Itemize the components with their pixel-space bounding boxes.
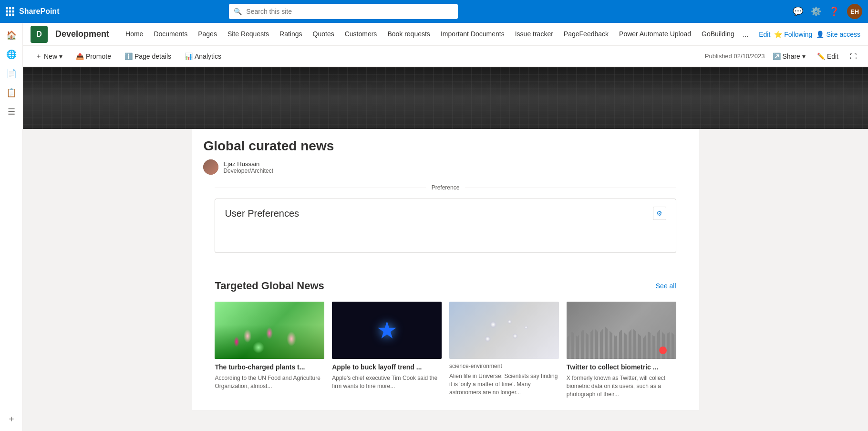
site-access-button[interactable]: 👤 Site access [816, 31, 860, 38]
chevron-down-icon: ▾ [59, 53, 62, 60]
sidebar-item-documents[interactable]: 📄 [3, 65, 20, 82]
search-icon: 🔍 [234, 8, 242, 15]
svg-rect-0 [6, 7, 8, 10]
chat-icon[interactable]: 💬 [793, 6, 803, 17]
published-date: Published 02/10/2023 [705, 53, 765, 60]
see-all-link[interactable]: See all [656, 282, 676, 290]
author-avatar [203, 159, 218, 175]
documents-icon: 📄 [6, 68, 17, 79]
avatar[interactable]: EH [847, 4, 862, 19]
main-content: D Development Home Documents Pages Site … [23, 23, 868, 429]
person-icon: 👤 [816, 31, 824, 38]
nav-item-quotes[interactable]: Quotes [308, 23, 339, 46]
globe-icon: 🌐 [6, 49, 17, 60]
add-icon: ＋ [7, 413, 16, 424]
news-section: Targeted Global News See all The turbo-c… [203, 268, 687, 410]
nav-item-pages[interactable]: Pages [193, 23, 222, 46]
new-button[interactable]: ＋ New ▾ [31, 50, 67, 63]
nav-item-power-automate[interactable]: Power Automate Upload [614, 23, 696, 46]
nav-item-documents[interactable]: Documents [149, 23, 192, 46]
nav-item-book-requests[interactable]: Book requests [382, 23, 435, 46]
svg-rect-4 [9, 11, 11, 13]
news-card-image-4 [567, 302, 676, 359]
nav-more-button[interactable]: ... [740, 23, 752, 46]
news-card-headline-1: The turbo-charged plants t... [215, 363, 324, 371]
analytics-button[interactable]: 📊 Analytics [180, 51, 226, 62]
sidebar-add-button[interactable]: ＋ [3, 410, 20, 427]
news-title: Targeted Global News [215, 280, 324, 292]
edit-icon: ✏️ [817, 53, 825, 60]
share-button[interactable]: ↗️ Share ▾ [769, 51, 809, 62]
chevron-down-icon: ▾ [802, 53, 806, 60]
nav-item-home[interactable]: Home [121, 23, 148, 46]
site-nav: Home Documents Pages Site Requests Ratin… [121, 23, 751, 46]
nav-item-ratings[interactable]: Ratings [275, 23, 307, 46]
svg-rect-3 [6, 11, 8, 13]
expand-button[interactable]: ⛶ [846, 51, 860, 62]
edit-label: Edit [827, 53, 838, 60]
top-bar: SharePoint 🔍 💬 ⚙️ ❓ EH [0, 0, 868, 23]
svg-rect-8 [12, 14, 15, 16]
sidebar-item-globe[interactable]: 🌐 [3, 46, 20, 63]
top-bar-actions: 💬 ⚙️ ❓ EH [793, 4, 862, 19]
news-card-image-1 [215, 302, 324, 359]
info-icon: ℹ️ [124, 53, 133, 60]
nav-item-issue-tracker[interactable]: Issue tracker [510, 23, 558, 46]
site-name: Development [55, 29, 109, 39]
promote-label: Promote [86, 53, 111, 60]
help-icon[interactable]: ❓ [829, 6, 839, 17]
app-title: SharePoint [19, 7, 59, 16]
divider-right [465, 188, 676, 188]
new-label: New [44, 53, 57, 60]
news-card-category-3: science-environment [449, 363, 559, 369]
expand-icon: ⛶ [850, 53, 857, 60]
app-grid-icon[interactable] [6, 7, 14, 16]
news-card-excerpt-3: Alien life in Universe: Scientists say f… [449, 372, 559, 396]
nav-item-gobuilding[interactable]: GoBuilding [697, 23, 739, 46]
sidebar-item-pages[interactable]: 📋 [3, 84, 20, 101]
settings-icon[interactable]: ⚙️ [811, 6, 821, 17]
preference-label: Preference [432, 184, 460, 191]
left-sidebar: 🏠 🌐 📄 📋 ☰ ＋ [0, 23, 23, 429]
page-details-button[interactable]: ℹ️ Page details [120, 51, 176, 62]
user-preferences-box: User Preferences ⚙ [215, 199, 676, 253]
toolbar: ＋ New ▾ 📤 Promote ℹ️ Page details 📊 Anal… [23, 46, 868, 67]
edit-link[interactable]: Edit [759, 31, 770, 38]
nav-item-important-documents[interactable]: Important Documents [436, 23, 509, 46]
news-card-1[interactable]: The turbo-charged plants t... According … [215, 302, 324, 399]
analytics-label: Analytics [195, 53, 221, 60]
nav-item-customers[interactable]: Customers [340, 23, 382, 46]
share-label: Share [783, 53, 800, 60]
user-prefs-gear-button[interactable]: ⚙ [653, 207, 666, 220]
promote-button[interactable]: 📤 Promote [71, 51, 116, 62]
home-icon: 🏠 [6, 30, 17, 41]
gear-icon: ⚙ [656, 210, 662, 217]
author-name: Ejaz Hussain [223, 160, 273, 168]
share-icon: ↗️ [773, 53, 781, 60]
news-card-2[interactable]: Apple to buck layoff trend ... Apple's c… [332, 302, 442, 399]
news-card-excerpt-4: X formerly known as Twitter, will collec… [567, 374, 676, 398]
author-row: Ejaz Hussain Developer/Architect [203, 159, 687, 175]
pages-icon: 📋 [6, 87, 17, 98]
news-card-4[interactable]: Twitter to collect biometric ... X forme… [567, 302, 676, 399]
news-card-3[interactable]: science-environment Alien life in Univer… [449, 302, 559, 399]
news-header: Targeted Global News See all [215, 280, 676, 292]
lists-icon: ☰ [8, 106, 15, 117]
sidebar-item-home[interactable]: 🏠 [3, 27, 20, 44]
user-prefs-title: User Preferences [225, 208, 299, 219]
nav-item-site-requests[interactable]: Site Requests [223, 23, 274, 46]
search-input[interactable] [229, 4, 458, 19]
author-info: Ejaz Hussain Developer/Architect [223, 160, 273, 174]
site-logo: D [31, 26, 48, 43]
sidebar-item-lists[interactable]: ☰ [3, 103, 20, 120]
svg-rect-1 [9, 7, 11, 10]
site-access-label: Site access [826, 31, 860, 38]
page-content: Global curated news Ejaz Hussain Develop… [23, 67, 868, 429]
search-bar: 🔍 [229, 4, 458, 19]
following-button[interactable]: ⭐ Following [774, 31, 812, 38]
user-prefs-content [225, 226, 666, 245]
news-card-headline-2: Apple to buck layoff trend ... [332, 363, 442, 371]
edit-button[interactable]: ✏️ Edit [813, 51, 842, 62]
site-header-right: Edit ⭐ Following 👤 Site access [759, 31, 860, 38]
nav-item-pagefeedback[interactable]: PageFeedback [559, 23, 613, 46]
